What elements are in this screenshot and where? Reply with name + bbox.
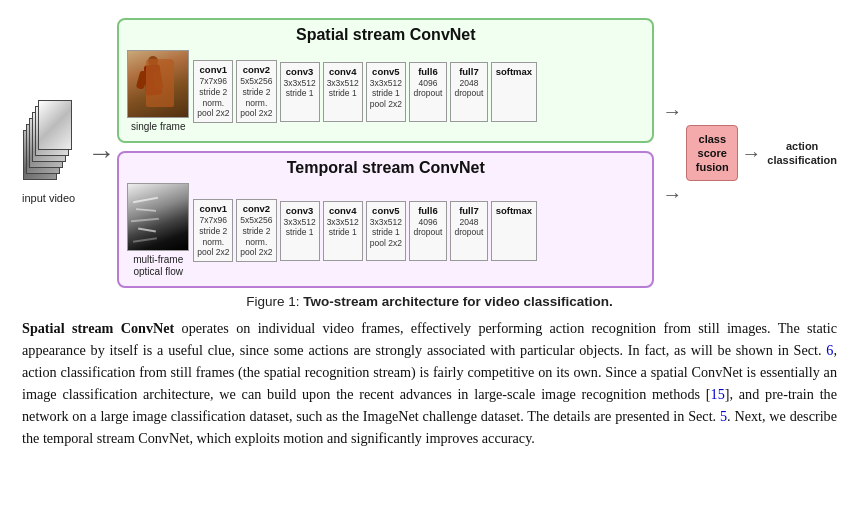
temporal-conv3-title: conv3 xyxy=(286,205,313,217)
video-stack-icon xyxy=(23,100,75,190)
spatial-conv5: conv5 3x3x512stride 1pool 2x2 xyxy=(366,62,406,122)
spatial-stream: Spatial stream ConvNet single frame xyxy=(117,18,654,143)
ref-15-link[interactable]: 15 xyxy=(711,386,725,402)
temporal-stream-content: multi-frameoptical flow conv1 7x7x96stri… xyxy=(127,183,644,278)
spatial-conv1: conv1 7x7x96stride 2norm.pool 2x2 xyxy=(193,60,233,123)
spatial-conv5-title: conv5 xyxy=(372,66,399,78)
temporal-full6: full6 4096dropout xyxy=(409,201,447,261)
input-video-section: input video xyxy=(22,100,75,205)
figure-container: input video → Spatial stream ConvNet xyxy=(22,18,837,309)
spatial-conv2-desc: 5x5x256stride 2norm.pool 2x2 xyxy=(240,76,272,119)
temporal-conv2-title: conv2 xyxy=(243,203,270,215)
ref-5-link[interactable]: 5 xyxy=(720,408,727,424)
fusion-arrows: → → xyxy=(662,43,682,263)
spatial-full6-title: full6 xyxy=(418,66,438,78)
input-arrow: → xyxy=(87,137,115,169)
spatial-conv2: conv2 5x5x256stride 2norm.pool 2x2 xyxy=(236,60,276,123)
temporal-conv1-title: conv1 xyxy=(200,203,227,215)
spatial-conv1-title: conv1 xyxy=(200,64,227,76)
temporal-conv4-title: conv4 xyxy=(329,205,356,217)
temporal-stream: Temporal stream ConvNet multi-frameoptic… xyxy=(117,151,654,288)
spatial-conv4-title: conv4 xyxy=(329,66,356,78)
temporal-conv1: conv1 7x7x96stride 2norm.pool 2x2 xyxy=(193,199,233,262)
temporal-conv5-desc: 3x3x512stride 1pool 2x2 xyxy=(370,217,402,249)
spatial-stream-title: Spatial stream ConvNet xyxy=(127,26,644,44)
fusion-to-action-arrow: → xyxy=(741,142,761,165)
body-bold-intro: Spatial stream ConvNet xyxy=(22,320,174,336)
spatial-conv5-desc: 3x3x512stride 1pool 2x2 xyxy=(370,78,402,110)
right-section: → → class score fusion → actionclassific… xyxy=(658,43,837,263)
temporal-frame-label: multi-frameoptical flow xyxy=(133,254,183,278)
body-text: Spatial stream ConvNet operates on indiv… xyxy=(22,317,837,449)
temporal-conv2: conv2 5x5x256stride 2norm.pool 2x2 xyxy=(236,199,276,262)
spatial-softmax-title: softmax xyxy=(496,66,532,78)
temporal-full7: full7 2048dropout xyxy=(450,201,488,261)
temporal-frame-image xyxy=(127,183,189,251)
spatial-full7: full7 2048dropout xyxy=(450,62,488,122)
temporal-stream-title: Temporal stream ConvNet xyxy=(127,159,644,177)
spatial-frame-wrapper: single frame xyxy=(127,50,189,133)
temporal-conv2-desc: 5x5x256stride 2norm.pool 2x2 xyxy=(240,215,272,258)
fusion-box: class score fusion xyxy=(686,125,738,182)
spatial-stream-content: single frame conv1 7x7x96stride 2norm.po… xyxy=(127,50,644,133)
spatial-full6-desc: 4096dropout xyxy=(414,78,443,99)
temporal-conv4-desc: 3x3x512stride 1 xyxy=(327,217,359,238)
spatial-conv3: conv3 3x3x512stride 1 xyxy=(280,62,320,122)
temporal-full7-title: full7 xyxy=(459,205,479,217)
temporal-conv3-desc: 3x3x512stride 1 xyxy=(284,217,316,238)
action-classification-label: actionclassification xyxy=(767,139,837,168)
temporal-full6-title: full6 xyxy=(418,205,438,217)
spatial-conv3-desc: 3x3x512stride 1 xyxy=(284,78,316,99)
temporal-conv-blocks: conv1 7x7x96stride 2norm.pool 2x2 conv2 … xyxy=(193,199,537,262)
diagram-area: input video → Spatial stream ConvNet xyxy=(22,18,837,288)
figure-caption-text: Figure 1: Two-stream architecture for vi… xyxy=(246,294,613,309)
spatial-conv4: conv4 3x3x512stride 1 xyxy=(323,62,363,122)
temporal-conv5-title: conv5 xyxy=(372,205,399,217)
spatial-conv4-desc: 3x3x512stride 1 xyxy=(327,78,359,99)
temporal-full6-desc: 4096dropout xyxy=(414,217,443,238)
figure-caption: Figure 1: Two-stream architecture for vi… xyxy=(246,294,613,309)
spatial-conv1-desc: 7x7x96stride 2norm.pool 2x2 xyxy=(197,76,229,119)
bottom-arrow-right: → xyxy=(662,183,682,206)
spatial-softmax: softmax xyxy=(491,62,537,122)
spatial-conv2-title: conv2 xyxy=(243,64,270,76)
spatial-conv3-title: conv3 xyxy=(286,66,313,78)
temporal-conv4: conv4 3x3x512stride 1 xyxy=(323,201,363,261)
stack-layer-5 xyxy=(38,100,72,150)
spatial-full7-title: full7 xyxy=(459,66,479,78)
temporal-conv3: conv3 3x3x512stride 1 xyxy=(280,201,320,261)
spatial-conv-blocks: conv1 7x7x96stride 2norm.pool 2x2 conv2 … xyxy=(193,60,537,123)
temporal-conv1-desc: 7x7x96stride 2norm.pool 2x2 xyxy=(197,215,229,258)
spatial-frame-image xyxy=(127,50,189,118)
input-video-label: input video xyxy=(22,192,75,205)
temporal-softmax-title: softmax xyxy=(496,205,532,217)
streams-container: Spatial stream ConvNet single frame xyxy=(117,18,654,288)
temporal-frame-wrapper: multi-frameoptical flow xyxy=(127,183,189,278)
spatial-frame-label: single frame xyxy=(131,121,185,133)
temporal-conv5: conv5 3x3x512stride 1pool 2x2 xyxy=(366,201,406,261)
spatial-full7-desc: 2048dropout xyxy=(455,78,484,99)
spatial-full6: full6 4096dropout xyxy=(409,62,447,122)
top-arrow-right: → xyxy=(662,100,682,123)
temporal-softmax: softmax xyxy=(491,201,537,261)
temporal-full7-desc: 2048dropout xyxy=(455,217,484,238)
